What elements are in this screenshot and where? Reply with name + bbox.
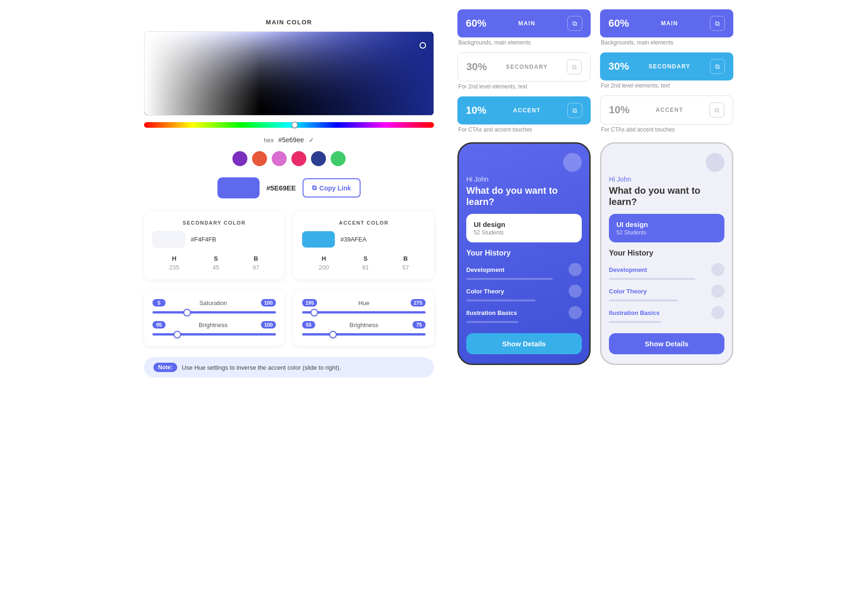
right-theme-panel: 60% MAIN ⧉ Backgrounds, main elements 30… bbox=[600, 9, 733, 387]
right-accent-label: ACCENT bbox=[629, 107, 709, 113]
saturation-slider-row: 5 Saturation 100 bbox=[152, 299, 276, 307]
color-picker-canvas[interactable] bbox=[144, 31, 434, 116]
right-main-percent: 60% bbox=[608, 17, 629, 29]
hex-row: hex #5e69ee ✓ bbox=[144, 136, 434, 144]
accent-b: B 57 bbox=[402, 255, 409, 271]
left-accent-copy-btn[interactable]: ⧉ bbox=[567, 103, 582, 118]
secondary-hsb-row: H 235 S 45 B 97 bbox=[152, 255, 276, 271]
copy-link-label: Copy Link bbox=[319, 184, 351, 192]
copy-icon-right-accent: ⧉ bbox=[715, 106, 719, 114]
left-history-bar-2 bbox=[466, 321, 518, 323]
sliders-section: 5 Saturation 100 95 Brightness 100 bbox=[144, 291, 434, 346]
note-text: Use Hue settings to inverse the accent c… bbox=[182, 364, 341, 371]
swatch-orange[interactable] bbox=[252, 151, 267, 166]
right-accent-desc: For CTAs abd accent touches bbox=[601, 126, 733, 133]
secondary-color-box bbox=[152, 231, 185, 248]
accent-hex: #39AFEA bbox=[340, 236, 367, 243]
swatch-pink[interactable] bbox=[272, 151, 287, 166]
hue-thumb[interactable] bbox=[311, 309, 318, 316]
right-show-details-btn[interactable]: Show Details bbox=[609, 333, 724, 354]
accent-color-card: ACCENT COLOR #39AFEA H 200 S 81 B bbox=[294, 212, 434, 279]
secondary-color-label: SECONDARY COLOR bbox=[152, 220, 276, 226]
left-phone-mockup: Hi John What do you want to learn? UI de… bbox=[457, 142, 591, 365]
left-show-details-btn[interactable]: Show Details bbox=[466, 333, 582, 354]
left-secondary-desc: For 2nd level elements, text bbox=[458, 83, 591, 90]
right-accent-bar: 10% ACCENT ⧉ bbox=[600, 95, 733, 124]
right-history-bar-2 bbox=[609, 321, 661, 323]
right-history-bar-0 bbox=[609, 278, 695, 280]
brightness2-track[interactable] bbox=[302, 333, 426, 336]
swatch-purple[interactable] bbox=[232, 151, 247, 166]
right-slider-group: 195 Hue 275 55 Brightness 75 bbox=[294, 291, 434, 346]
right-history-item-1: Color Theory bbox=[609, 285, 724, 301]
hex-check-icon: ✓ bbox=[309, 136, 314, 144]
hue-slider-thumb[interactable] bbox=[291, 122, 298, 128]
hue-slider-row bbox=[144, 122, 434, 128]
right-history-item-0: Development bbox=[609, 263, 724, 280]
right-phone-hi: Hi John bbox=[609, 175, 724, 183]
main-color-label: MAIN COLOR bbox=[144, 19, 434, 26]
right-history-label-2: Ilustration Basics bbox=[609, 309, 659, 316]
right-accent-copy-btn[interactable]: ⧉ bbox=[709, 102, 724, 117]
copy-icon-cyan: ⧉ bbox=[572, 107, 577, 115]
copy-icon-right-main: ⧉ bbox=[715, 20, 720, 28]
left-secondary-bar: 30% SECONDARY ⧉ bbox=[457, 52, 591, 81]
swatch-red[interactable] bbox=[291, 151, 306, 166]
right-history-dot-1 bbox=[711, 285, 724, 298]
brightness1-track[interactable] bbox=[152, 333, 276, 336]
left-history-item-1: Color Theory bbox=[466, 285, 582, 301]
right-main-bar: 60% MAIN ⧉ bbox=[600, 9, 733, 37]
accent-s: S 81 bbox=[362, 255, 369, 271]
copy-link-button[interactable]: ⧉ Copy Link bbox=[303, 178, 361, 197]
right-phone-mockup: Hi John What do you want to learn? UI de… bbox=[600, 142, 733, 365]
left-main-percent: 60% bbox=[466, 17, 486, 29]
color-picker-handle[interactable] bbox=[420, 42, 426, 49]
secondary-preview-row: #F4F4FB bbox=[152, 231, 276, 248]
right-history-dot-0 bbox=[711, 263, 724, 276]
hue-min-badge: 195 bbox=[302, 299, 317, 307]
left-phone-dot bbox=[563, 153, 582, 172]
left-history-item-2: Ilustration Basics bbox=[466, 306, 582, 323]
right-secondary-copy-btn[interactable]: ⧉ bbox=[710, 59, 725, 74]
hue-track[interactable] bbox=[302, 311, 426, 314]
swatch-green[interactable] bbox=[331, 151, 346, 166]
right-card-sub: 52 Students bbox=[616, 229, 717, 236]
left-history-dot-1 bbox=[569, 285, 582, 298]
right-phone-title: What do you want to learn? bbox=[609, 185, 724, 207]
saturation-track[interactable] bbox=[152, 311, 276, 314]
color-preview-row: #5E69EE ⧉ Copy Link bbox=[144, 177, 434, 198]
secondary-b: B 97 bbox=[253, 255, 259, 271]
main-color-hex-display: #5E69EE bbox=[266, 184, 296, 192]
hex-value[interactable]: #5e69ee bbox=[278, 136, 304, 144]
left-accent-percent: 10% bbox=[466, 104, 486, 117]
left-secondary-copy-btn[interactable]: ⧉ bbox=[567, 59, 582, 74]
hex-label: hex bbox=[264, 137, 274, 144]
hue-slider-track[interactable] bbox=[144, 122, 434, 128]
left-accent-label: ACCENT bbox=[486, 107, 567, 114]
saturation-thumb[interactable] bbox=[183, 309, 191, 316]
left-history-label-2: Ilustration Basics bbox=[466, 309, 517, 316]
secondary-h: H 235 bbox=[169, 255, 180, 271]
page-wrapper: MAIN COLOR hex #5e69ee ✓ #5E69EE bbox=[135, 9, 733, 387]
left-history-label-1: Color Theory bbox=[466, 288, 504, 295]
left-history-bar-0 bbox=[466, 278, 553, 280]
left-slider-group: 5 Saturation 100 95 Brightness 100 bbox=[144, 291, 284, 346]
accent-color-label: ACCENT COLOR bbox=[302, 220, 426, 226]
left-history-dot-0 bbox=[569, 263, 582, 276]
brightness2-label: Brightness bbox=[319, 321, 409, 329]
secondary-color-card: SECONDARY COLOR #F4F4FB H 235 S 45 B bbox=[144, 212, 284, 279]
secondary-accent-row: SECONDARY COLOR #F4F4FB H 235 S 45 B bbox=[144, 212, 434, 279]
right-history-label-0: Development bbox=[609, 266, 647, 273]
right-secondary-desc: For 2nd level elements, text bbox=[601, 82, 733, 89]
swatch-navy[interactable] bbox=[311, 151, 326, 166]
left-main-copy-btn[interactable]: ⧉ bbox=[567, 16, 582, 31]
hue-slider-row2: 195 Hue 275 bbox=[302, 299, 426, 307]
right-history-label-1: Color Theory bbox=[609, 288, 647, 295]
right-main-copy-btn[interactable]: ⧉ bbox=[710, 16, 725, 31]
left-card-title: UI design bbox=[474, 220, 574, 228]
brightness2-min-badge: 55 bbox=[302, 321, 315, 329]
brightness2-thumb[interactable] bbox=[329, 331, 337, 338]
brightness1-slider-row: 95 Brightness 100 bbox=[152, 321, 276, 329]
saturation-label: Saturation bbox=[169, 300, 257, 307]
brightness1-thumb[interactable] bbox=[174, 331, 181, 338]
